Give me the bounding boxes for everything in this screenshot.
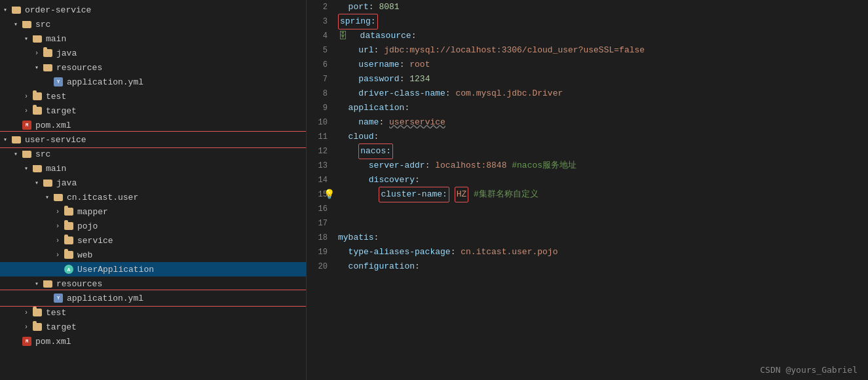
code-line-2: port: 8081 xyxy=(338,0,868,14)
tree-label: src xyxy=(35,149,50,159)
tree-icon-app: A xyxy=(63,263,75,275)
code-line-3: spring: xyxy=(338,14,868,29)
watermark-text: CSDN @yours_Gabriel xyxy=(760,365,858,375)
code-lines: port: 8081spring:🗄 datasource: url: jdbc… xyxy=(333,0,868,380)
tree-label: target xyxy=(46,322,77,332)
tree-label: main xyxy=(46,164,66,174)
code-editor: 234567891011121314151617181920 port: 808… xyxy=(307,0,868,380)
tree-label: web xyxy=(77,250,92,260)
tree-arrow: ▾ xyxy=(10,20,21,28)
tree-icon-folder-open xyxy=(42,62,54,73)
tree-item-UserApplication[interactable]: AUserApplication xyxy=(0,262,306,276)
nacos-keyword-box: nacos: xyxy=(358,143,393,159)
tree-icon-folder-open xyxy=(10,134,22,145)
line-number-5: 5 xyxy=(307,43,328,58)
tree-icon-maven: M xyxy=(21,335,33,347)
line-number-19: 19 xyxy=(307,245,328,259)
tree-icon-folder xyxy=(63,235,75,246)
tree-label: target xyxy=(46,106,77,116)
tree-item-pom-order[interactable]: Mpom.xml xyxy=(0,118,306,132)
tree-icon-folder-open xyxy=(52,191,64,203)
tree-item-application-yml-user[interactable]: Yapplication.yml xyxy=(0,291,306,305)
tree-arrow: › xyxy=(21,107,31,115)
line-number-6: 6 xyxy=(307,58,328,72)
line-number-10: 10 xyxy=(307,115,328,130)
tree-item-main-user[interactable]: ▾main xyxy=(0,161,306,176)
tree-arrow: ▾ xyxy=(42,193,52,201)
tree-label: application.yml xyxy=(67,77,143,87)
line-number-13: 13 xyxy=(307,159,328,173)
tree-label: test xyxy=(46,92,66,102)
tree-icon-maven: M xyxy=(21,119,33,131)
tree-icon-folder-open xyxy=(42,177,54,189)
code-line-4: 🗄 datasource: xyxy=(338,29,868,43)
code-line-7: password: 1234 xyxy=(338,72,868,86)
tree-item-cn-itcast-user[interactable]: ▾cn.itcast.user xyxy=(0,190,306,204)
tree-arrow: ▾ xyxy=(31,64,42,71)
tree-icon-yaml: Y xyxy=(52,76,64,88)
file-tree[interactable]: ▾order-service▾src▾main›java▾resourcesYa… xyxy=(0,0,307,380)
tree-item-pojo[interactable]: ›pojo xyxy=(0,219,306,233)
tree-label: main xyxy=(46,34,66,44)
tree-icon-folder-open xyxy=(31,33,43,45)
tree-icon-folder-open xyxy=(21,148,33,160)
tree-icon-folder xyxy=(31,90,43,102)
tree-icon-folder xyxy=(63,249,75,261)
tree-item-pom-user[interactable]: Mpom.xml xyxy=(0,334,306,349)
code-line-19: type-aliases-package: cn.itcast.user.poj… xyxy=(338,245,868,259)
code-line-5: url: jdbc:mysql://localhost:3306/cloud_u… xyxy=(338,43,868,58)
tree-icon-folder xyxy=(31,307,43,318)
tree-label: cn.itcast.user xyxy=(67,193,138,202)
tree-item-main-order[interactable]: ▾main xyxy=(0,31,306,46)
code-line-6: username: root xyxy=(338,58,868,72)
tree-label: java xyxy=(56,178,77,188)
tree-label: pojo xyxy=(77,221,98,231)
code-line-8: driver-class-name: com.mysql.jdbc.Driver xyxy=(338,86,868,101)
code-line-11: cloud: xyxy=(338,130,868,144)
tree-item-resources-order[interactable]: ▾resources xyxy=(0,60,306,75)
code-line-12: nacos: xyxy=(338,144,868,159)
tree-arrow: › xyxy=(31,50,42,57)
tree-item-mapper[interactable]: ›mapper xyxy=(0,204,306,219)
tree-label: mapper xyxy=(77,207,108,217)
tree-item-test-order[interactable]: ›test xyxy=(0,89,306,104)
line-number-2: 2 xyxy=(307,0,328,14)
tree-arrow: ▾ xyxy=(31,280,42,288)
tree-item-java-order[interactable]: ›java xyxy=(0,46,306,60)
hz-value-box: HZ xyxy=(455,187,469,202)
code-line-17 xyxy=(338,216,868,231)
line-number-20: 20 xyxy=(307,259,328,274)
line-number-17: 17 xyxy=(307,216,328,231)
tree-item-src-order[interactable]: ▾src xyxy=(0,17,306,31)
tree-label: order-service xyxy=(25,5,91,15)
tree-icon-yaml: Y xyxy=(52,292,64,304)
line-number-16: 16 xyxy=(307,202,328,216)
tree-icon-folder xyxy=(63,206,75,218)
code-line-10: name: userservice xyxy=(338,115,868,130)
code-line-14: discovery: xyxy=(338,173,868,187)
tree-item-service[interactable]: ›service xyxy=(0,233,306,248)
tree-item-test-user[interactable]: ›test xyxy=(0,305,306,320)
tree-arrow: › xyxy=(21,309,31,316)
lightbulb-icon[interactable]: 💡 xyxy=(324,187,335,202)
code-line-9: application: xyxy=(338,101,868,115)
line-number-18: 18 xyxy=(307,231,328,245)
tree-icon-folder-open xyxy=(31,162,43,174)
tree-arrow: › xyxy=(21,324,31,331)
tree-label: service xyxy=(77,236,113,246)
tree-label: pom.xml xyxy=(35,121,71,130)
tree-arrow: ▾ xyxy=(21,35,31,43)
tree-item-java-user[interactable]: ▾java xyxy=(0,176,306,190)
tree-arrow: ▾ xyxy=(21,164,31,172)
tree-arrow: › xyxy=(52,208,63,216)
tree-item-target-user[interactable]: ›target xyxy=(0,320,306,334)
tree-item-src-user[interactable]: ▾src xyxy=(0,147,306,161)
tree-item-target-order[interactable]: ›target xyxy=(0,104,306,118)
tree-item-order-service[interactable]: ▾order-service xyxy=(0,3,306,17)
tree-item-application-yml-order[interactable]: Yapplication.yml xyxy=(0,75,306,89)
tree-item-user-service[interactable]: ▾user-service xyxy=(0,132,306,147)
tree-item-resources-user[interactable]: ▾resources xyxy=(0,276,306,291)
tree-label: application.yml xyxy=(67,294,143,303)
line-number-3: 3 xyxy=(307,14,328,29)
tree-item-web[interactable]: ›web xyxy=(0,248,306,262)
